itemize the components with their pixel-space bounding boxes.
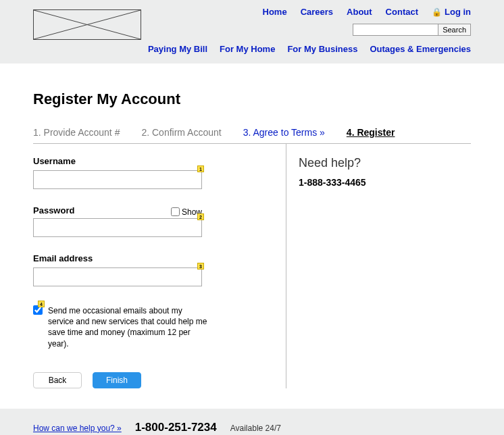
search-input[interactable] [353, 24, 438, 35]
search-box: Search [353, 24, 471, 36]
marketing-emails-text: Send me occasional emails about my servi… [48, 305, 209, 349]
step-2: 2. Confirm Account [141, 127, 221, 138]
password-label: Password [33, 205, 74, 215]
username-input[interactable] [33, 170, 202, 189]
help-title: Need help? [299, 156, 471, 170]
annotation-badge-1: 1 [197, 165, 204, 172]
step-indicator: 1. Provide Account # 2. Confirm Account … [33, 127, 471, 144]
nav-for-home[interactable]: For My Home [220, 44, 275, 54]
footer-availability: Available 24/7 [230, 424, 281, 433]
lock-icon: 🔒 [432, 7, 442, 17]
email-input[interactable] [33, 267, 202, 286]
annotation-badge-3: 3 [197, 263, 204, 270]
svg-line-0 [34, 10, 141, 39]
nav-paying-bill[interactable]: Paying My Bill [148, 44, 207, 54]
username-label: Username [33, 156, 266, 166]
svg-line-1 [34, 10, 141, 39]
nav-careers[interactable]: Careers [301, 7, 333, 17]
nav-login[interactable]: 🔒Log in [432, 7, 471, 17]
help-phone: 1-888-333-4465 [299, 177, 471, 188]
password-input[interactable] [33, 218, 202, 237]
footer-phone: 1-800-251-7234 [135, 421, 217, 434]
back-button[interactable]: Back [33, 372, 82, 388]
finish-button[interactable]: Finish [93, 372, 141, 388]
step-3[interactable]: 3. Agree to Terms » [243, 127, 325, 138]
annotation-badge-4: 4 [38, 301, 45, 307]
email-label: Email address [33, 253, 266, 263]
step-1: 1. Provide Account # [33, 127, 120, 138]
step-4: 4. Register [347, 127, 395, 138]
logo-placeholder [33, 9, 141, 40]
nav-home[interactable]: Home [263, 7, 287, 17]
nav-contact[interactable]: Contact [386, 7, 418, 17]
nav-for-business[interactable]: For My Business [287, 44, 357, 54]
nav-about[interactable]: About [347, 7, 372, 17]
show-password-checkbox[interactable] [171, 207, 180, 216]
annotation-badge-2: 2 [197, 213, 204, 220]
search-button[interactable]: Search [438, 24, 470, 35]
nav-outages[interactable]: Outages & Emergencies [370, 44, 471, 54]
footer-help-link[interactable]: How can we help you? » [33, 424, 122, 433]
page-title: Register My Account [33, 91, 471, 108]
